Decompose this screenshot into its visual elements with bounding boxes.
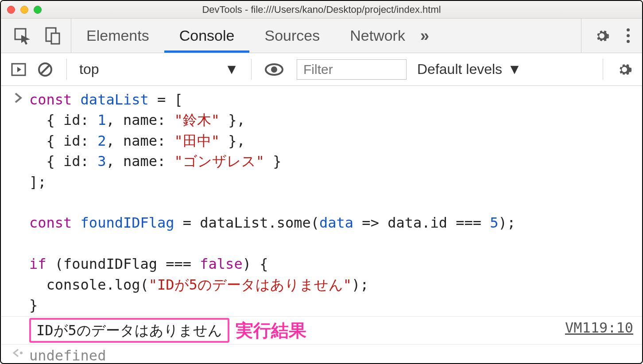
- number: 5: [490, 214, 498, 231]
- log-levels-label: Default levels: [417, 61, 502, 77]
- settings-icon[interactable]: [594, 28, 610, 44]
- keyword: false: [200, 256, 242, 272]
- code-text: { id:: [29, 132, 97, 149]
- devtools-tabs: Elements Console Sources Network »: [1, 19, 642, 53]
- code-text: =>: [353, 214, 387, 231]
- window-titlebar: DevTools - file:///Users/kano/Desktop/pr…: [1, 1, 642, 19]
- string: "IDが5のデータはありません": [149, 276, 352, 293]
- log-message: IDが5のデータはありません: [29, 318, 229, 343]
- chevron-down-icon: ▼: [225, 61, 239, 77]
- code-text: (foundIDFlag ===: [46, 256, 200, 272]
- keyword: const: [29, 91, 72, 108]
- code-block[interactable]: const dataList = [ { id: 1, name: "鈴木" }…: [29, 89, 633, 315]
- console-log-row: IDが5のデータはありません 実行結果 VM119:10: [1, 317, 642, 345]
- identifier: foundIDFlag: [72, 214, 174, 231]
- tab-sources[interactable]: Sources: [249, 19, 335, 53]
- svg-line-5: [41, 65, 50, 74]
- log-gutter: [7, 318, 29, 320]
- inspect-element-icon[interactable]: [13, 27, 31, 45]
- code-text: }: [264, 153, 282, 170]
- keyword: const: [29, 214, 72, 231]
- console-settings-icon[interactable]: [616, 62, 632, 77]
- code-text: = [: [149, 91, 183, 108]
- chevron-down-icon: ▼: [507, 61, 522, 77]
- identifier: dataList: [72, 91, 148, 108]
- code-text: = dataList.some(: [174, 214, 320, 231]
- code-text: , name:: [106, 112, 174, 128]
- string: "田中": [174, 132, 220, 149]
- tab-console[interactable]: Console: [164, 19, 250, 53]
- code-text: );: [499, 214, 516, 231]
- number: 1: [97, 112, 106, 128]
- code-text: }: [29, 297, 38, 314]
- console-output: const dataList = [ { id: 1, name: "鈴木" }…: [1, 86, 642, 364]
- execution-context-select[interactable]: top ▼: [70, 53, 248, 85]
- code-text: , name:: [106, 132, 174, 149]
- number: 3: [97, 153, 106, 170]
- console-return-row: undefined: [1, 345, 642, 364]
- annotation-label: 実行結果: [236, 318, 306, 343]
- code-text: ];: [29, 174, 46, 190]
- code-text: },: [220, 132, 245, 149]
- svg-rect-2: [51, 33, 59, 44]
- clear-console-icon[interactable]: [37, 62, 53, 77]
- filter-input[interactable]: [297, 59, 407, 80]
- console-input-row: const dataList = [ { id: 1, name: "鈴木" }…: [1, 89, 642, 317]
- svg-point-7: [271, 66, 277, 73]
- string: "ゴンザレス": [174, 153, 265, 170]
- tab-elements[interactable]: Elements: [71, 19, 164, 53]
- log-levels-select[interactable]: Default levels ▼: [410, 61, 529, 77]
- more-tabs-icon[interactable]: »: [420, 27, 429, 45]
- code-text: data.id ===: [387, 214, 490, 231]
- toggle-console-sidebar-icon[interactable]: [11, 62, 27, 77]
- tab-network[interactable]: Network: [335, 19, 420, 53]
- execution-context-label: top: [79, 61, 99, 77]
- return-value: undefined: [29, 345, 633, 364]
- return-caret-icon: [7, 345, 29, 358]
- string: "鈴木": [174, 112, 220, 128]
- log-source-link[interactable]: VM119:10: [556, 318, 633, 338]
- number: 2: [97, 132, 106, 149]
- code-text: );: [352, 276, 369, 293]
- more-options-icon[interactable]: [627, 28, 630, 43]
- window-title: DevTools - file:///Users/kano/Desktop/pr…: [1, 4, 642, 15]
- code-text: ) {: [243, 256, 268, 272]
- svg-point-8: [20, 352, 23, 354]
- console-toolbar: top ▼ Default levels ▼: [1, 53, 642, 86]
- input-caret-icon: [7, 89, 29, 104]
- keyword: if: [29, 256, 46, 272]
- code-text: { id:: [29, 153, 97, 170]
- live-expression-icon[interactable]: [265, 63, 283, 76]
- identifier: data: [319, 214, 353, 231]
- code-text: console.log(: [29, 276, 149, 293]
- code-text: },: [220, 112, 245, 128]
- code-text: { id:: [29, 112, 97, 128]
- toggle-device-toolbar-icon[interactable]: [43, 27, 61, 45]
- code-text: , name:: [106, 153, 174, 170]
